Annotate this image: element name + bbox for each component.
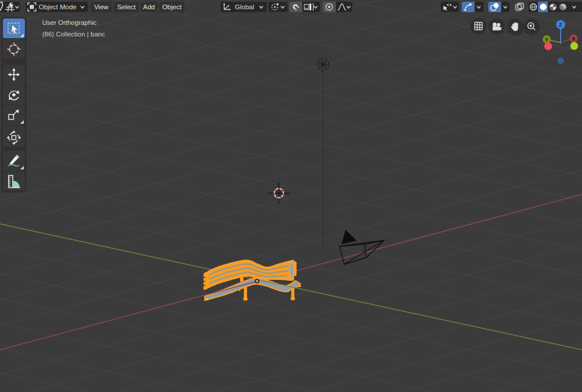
svg-text:Z: Z	[559, 21, 562, 28]
svg-text:Y: Y	[545, 36, 549, 43]
svg-text:X: X	[572, 35, 576, 42]
